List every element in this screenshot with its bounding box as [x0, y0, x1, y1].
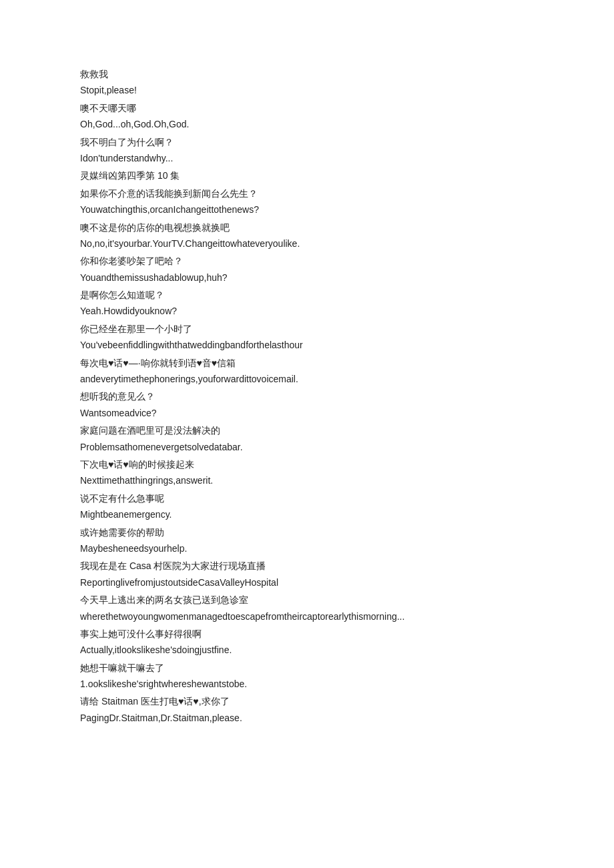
en-line: Stopit,please!: [80, 83, 534, 97]
zh-line: 下次电♥话♥响的时候接起来: [80, 457, 534, 472]
en-line: Oh,God...oh,God.Oh,God.: [80, 117, 534, 131]
subtitle-pair: 噢不这是你的店你的电视想换就换吧No,no,it'syourbar.YourTV…: [80, 220, 534, 252]
en-line: Maybesheneedsyourhelp.: [80, 541, 534, 556]
zh-line: 今天早上逃出来的两名女孩已送到急诊室: [80, 592, 534, 607]
subtitle-pair: 想听我的意见么？Wantsomeadvice?: [80, 389, 534, 420]
subtitle-pair: 请给 Staitman 医生打电♥话♥,求你了PagingDr.Staitman…: [80, 694, 534, 725]
zh-line: 我不明白了为什么啊？: [80, 135, 534, 149]
zh-line: 每次电♥话♥—·响你就转到语♥音♥信箱: [80, 356, 534, 370]
subtitle-pair: 我不明白了为什么啊？Idon'tunderstandwhy...: [80, 135, 534, 166]
zh-line: 是啊你怎么知道呢？: [80, 288, 534, 302]
zh-line: 如果你不介意的话我能换到新闻台么先生？: [80, 186, 534, 201]
en-line: wherethetwoyoungwomenmanagedtoescapefrom…: [80, 609, 534, 624]
en-line: Actually,itlookslikeshe'sdoingjustfine.: [80, 642, 534, 657]
en-line: andeverytimethephonerings,youforwarditto…: [80, 372, 534, 386]
zh-line: 我现在是在 Casa 村医院为大家进行现场直播: [80, 558, 534, 573]
subtitle-pair: 是啊你怎么知道呢？Yeah.Howdidyouknow?: [80, 288, 534, 319]
subtitle-pair: 如果你不介意的话我能换到新闻台么先生？Youwatchingthis,orcan…: [80, 186, 534, 218]
subtitle-content: 救救我Stopit,please!噢不天哪天哪Oh,God...oh,God.O…: [80, 67, 534, 725]
subtitle-pair: 家庭问题在酒吧里可是没法解决的Problemsathomenevergetsol…: [80, 423, 534, 454]
en-line: No,no,it'syourbar.YourTV.Changeittowhate…: [80, 236, 534, 251]
en-line: ReportinglivefromjustoutsideCasaValleyHo…: [80, 575, 534, 590]
zh-line: 噢不这是你的店你的电视想换就换吧: [80, 220, 534, 235]
zh-line: 想听我的意见么？: [80, 389, 534, 404]
subtitle-pair: 救救我Stopit,please!: [80, 67, 534, 98]
subtitle-pair: 灵媒缉凶第四季第 10 集: [80, 168, 534, 183]
subtitle-pair: 说不定有什么急事呢Mightbeanemergency.: [80, 491, 534, 522]
zh-line: 噢不天哪天哪: [80, 101, 534, 115]
subtitle-pair: 今天早上逃出来的两名女孩已送到急诊室wherethetwoyoungwomenm…: [80, 592, 534, 624]
en-line: Idon'tunderstandwhy...: [80, 151, 534, 165]
subtitle-pair: 我现在是在 Casa 村医院为大家进行现场直播Reportinglivefrom…: [80, 558, 534, 590]
subtitle-pair: 每次电♥话♥—·响你就转到语♥音♥信箱andeverytimethephoner…: [80, 356, 534, 387]
en-line: You'vebeenfiddlingwiththatweddingbandfor…: [80, 338, 534, 352]
subtitle-pair: 事实上她可没什么事好得很啊Actually,itlookslikeshe'sdo…: [80, 626, 534, 658]
en-line: PagingDr.Staitman,Dr.Staitman,please.: [80, 711, 534, 725]
subtitle-pair: 下次电♥话♥响的时候接起来Nexttimethatthingrings,answ…: [80, 457, 534, 488]
zh-line: 事实上她可没什么事好得很啊: [80, 626, 534, 641]
en-line: Wantsomeadvice?: [80, 406, 534, 420]
zh-line: 你和你老婆吵架了吧哈？: [80, 254, 534, 268]
en-line: Problemsathomenevergetsolvedatabar.: [80, 440, 534, 454]
en-line: 1.ookslikeshe'srightwhereshewantstobe.: [80, 677, 534, 691]
subtitle-pair: 噢不天哪天哪Oh,God...oh,God.Oh,God.: [80, 101, 534, 132]
zh-line: 你已经坐在那里一个小时了: [80, 322, 534, 336]
subtitle-pair: 你和你老婆吵架了吧哈？Youandthemissushadablowup,huh…: [80, 254, 534, 285]
subtitle-pair: 她想干嘛就干嘛去了1.ookslikeshe'srightwhereshewan…: [80, 661, 534, 692]
en-line: Youandthemissushadablowup,huh?: [80, 270, 534, 285]
zh-line: 或许她需要你的帮助: [80, 525, 534, 540]
zh-line: 家庭问题在酒吧里可是没法解决的: [80, 423, 534, 438]
zh-line: 她想干嘛就干嘛去了: [80, 661, 534, 675]
en-line: Youwatchingthis,orcanIchangeittothenews?: [80, 202, 534, 217]
zh-line: 灵媒缉凶第四季第 10 集: [80, 168, 534, 183]
zh-line: 请给 Staitman 医生打电♥话♥,求你了: [80, 694, 534, 709]
subtitle-pair: 或许她需要你的帮助Maybesheneedsyourhelp.: [80, 525, 534, 556]
zh-line: 说不定有什么急事呢: [80, 491, 534, 506]
en-line: Nexttimethatthingrings,answerit.: [80, 473, 534, 488]
subtitle-pair: 你已经坐在那里一个小时了You'vebeenfiddlingwiththatwe…: [80, 322, 534, 353]
zh-line: 救救我: [80, 67, 534, 81]
en-line: Yeah.Howdidyouknow?: [80, 304, 534, 318]
en-line: Mightbeanemergency.: [80, 507, 534, 522]
